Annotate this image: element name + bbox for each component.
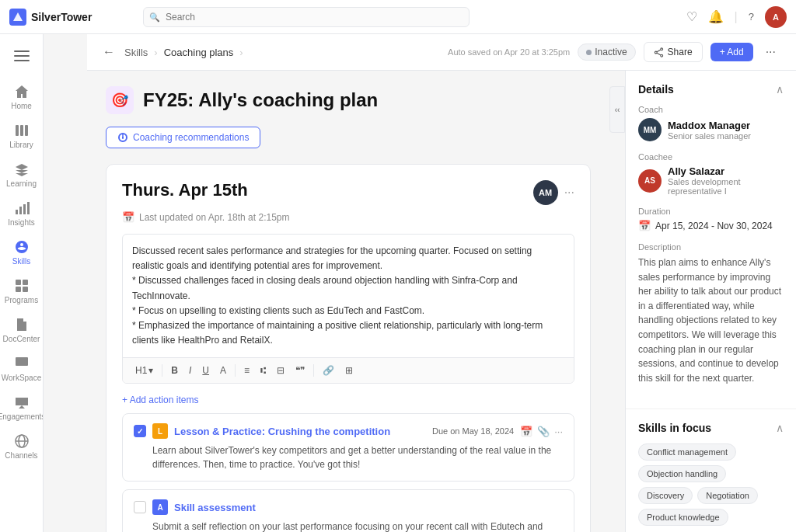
session-last-updated: Last updated on Apr. 18th at 2:15pm (139, 212, 289, 223)
toolbar-sep2 (235, 364, 236, 377)
skills-title: Skills in focus (638, 422, 711, 434)
menu-toggle[interactable] (6, 40, 37, 71)
coachee-name: Ally Salazar (668, 165, 784, 177)
action-checkbox-1[interactable] (134, 425, 146, 437)
coachee-person: AS Ally Salazar Sales development repres… (638, 165, 784, 196)
sidebar-item-home[interactable]: Home (0, 78, 44, 116)
sidebar-item-workspace[interactable]: WorkSpace (0, 349, 44, 388)
breadcrumb-actions: Auto saved on Apr 20 at 3:25pm Inactive … (448, 42, 780, 62)
editor-content[interactable]: Discussed recent sales performance and s… (123, 235, 574, 357)
sidebar-item-programs[interactable]: Programs (0, 272, 44, 311)
coach-info: Maddox Manager Senior sales manager (668, 120, 751, 141)
session-avatar: AM (533, 180, 558, 205)
breadcrumb-skills[interactable]: Skills (124, 47, 148, 58)
description-text: This plan aims to enhance Ally's sales p… (638, 256, 784, 385)
coach-role: Senior sales manager (668, 131, 751, 141)
session-header: Thurs. Apr 15th AM ··· (122, 180, 574, 205)
coachee-role: Sales development representative I (668, 177, 784, 196)
back-button[interactable]: ← (103, 45, 115, 59)
sidebar-item-insights[interactable]: Insights (0, 194, 44, 233)
divider: | (735, 10, 738, 24)
page-title: FY25: Ally's coaching plan (143, 89, 378, 111)
skill-tag-discovery[interactable]: Discovery (638, 487, 693, 504)
toolbar-italic[interactable]: I (184, 363, 196, 378)
coach-person: MM Maddox Manager Senior sales manager (638, 118, 784, 141)
sidebar-item-engagements[interactable]: Engagements (0, 388, 44, 427)
inactive-dot (586, 50, 592, 55)
sidebar-item-channels[interactable]: Channels (0, 427, 44, 466)
sidebar-label-library: Library (9, 141, 33, 149)
breadcrumb: ← Skills › Coaching plans › Auto saved o… (87, 34, 796, 71)
right-panel-wrapper: ‹‹ Details ∧ Coach MM Maddox Manager (609, 71, 796, 532)
add-button[interactable]: + Add (710, 43, 753, 61)
toolbar-numbered[interactable]: ⑆ (256, 363, 271, 378)
skill-tag-conflict[interactable]: Conflict management (638, 443, 736, 461)
action-title-2[interactable]: Skill assessment (174, 502, 563, 513)
svg-rect-10 (27, 202, 30, 214)
action-checkbox-2[interactable] (134, 501, 146, 513)
sidebar-label-channels: Channels (5, 451, 37, 460)
svg-rect-8 (19, 207, 22, 214)
share-button[interactable]: Share (644, 42, 703, 62)
heart-icon[interactable]: ♡ (686, 9, 697, 24)
add-action-label: + Add action items (122, 395, 198, 405)
sidebar-item-library[interactable]: Library (0, 116, 44, 155)
toolbar-image[interactable]: ⊞ (340, 363, 358, 378)
toolbar-strikethrough[interactable]: A (215, 363, 231, 378)
search-input[interactable] (143, 7, 470, 27)
session-date: Thurs. Apr 15th (122, 180, 248, 200)
action-item-2: A Skill assessment Submit a self reflect… (122, 489, 574, 532)
search-bar[interactable]: 🔍 (143, 7, 470, 27)
session-more-button[interactable]: ··· (564, 186, 574, 200)
attachment-icon-1[interactable]: 📎 (537, 426, 550, 437)
sidebar-item-learning[interactable]: Learning (0, 155, 44, 194)
skill-tag-product[interactable]: Product knowledge (638, 509, 728, 526)
help-icon[interactable]: ? (749, 11, 754, 23)
toolbar-underline[interactable]: U (197, 363, 214, 378)
skill-tag-objection[interactable]: Objection handling (638, 465, 726, 482)
sidebar-label-doccenter: DocCenter (3, 335, 40, 343)
skills-collapse-icon[interactable]: ∧ (776, 422, 784, 434)
bell-icon[interactable]: 🔔 (708, 9, 724, 24)
skills-tags: Conflict management Objection handling D… (638, 443, 784, 526)
calendar-icon-1[interactable]: 📅 (520, 426, 532, 437)
more-button[interactable]: ··· (761, 42, 780, 62)
breadcrumb-sep2: › (239, 47, 243, 58)
action-item-1-header: L Lesson & Practice: Crushing the compet… (134, 423, 563, 439)
panel-collapse-button[interactable]: ‹‹ (609, 86, 625, 133)
details-header: Details ∧ (638, 83, 784, 96)
logo[interactable]: SilverTower (9, 9, 134, 26)
duration-text: Apr 15, 2024 - Nov 30, 2024 (655, 221, 773, 231)
add-action-button[interactable]: + Add action items (122, 395, 198, 405)
breadcrumb-coaching-plans[interactable]: Coaching plans (164, 47, 234, 58)
svg-rect-12 (23, 280, 28, 285)
content-area: 🎯 FY25: Ally's coaching plan Coaching re… (87, 71, 609, 532)
sidebar-item-doccenter[interactable]: DocCenter (0, 311, 44, 349)
toolbar-quote[interactable]: ❝❞ (291, 363, 309, 378)
note-line-2: * Discussed challenges faced in closing … (132, 273, 564, 303)
sidebar-item-skills[interactable]: Skills (0, 233, 44, 272)
toolbar-bold[interactable]: B (166, 363, 183, 378)
toolbar-align[interactable]: ≡ (239, 363, 254, 378)
action-title-1[interactable]: Lesson & Practice: Crushing the competit… (174, 426, 426, 437)
user-avatar[interactable]: A (765, 6, 787, 28)
page-content: 🎯 FY25: Ally's coaching plan Coaching re… (87, 71, 796, 532)
skill-tag-negotiation[interactable]: Negotiation (697, 487, 758, 504)
share-label: Share (668, 47, 693, 57)
editor-container: Discussed recent sales performance and s… (122, 234, 574, 384)
sidebar: Home Library Learning Insights Skills Pr… (0, 0, 44, 532)
coach-avatar: MM (638, 118, 662, 141)
toolbar-link[interactable]: 🔗 (318, 363, 339, 378)
svg-rect-3 (14, 60, 30, 61)
details-collapse-icon[interactable]: ∧ (776, 83, 784, 96)
svg-rect-2 (14, 55, 30, 57)
sidebar-label-learning: Learning (6, 179, 37, 188)
coaching-recommendations-button[interactable]: Coaching recommendations (106, 127, 260, 148)
more-icon-1[interactable]: ··· (554, 426, 563, 437)
action-body-2: Submit a self reflection on your last pe… (152, 520, 563, 532)
action-due-1: Due on May 18, 2024 (432, 426, 514, 436)
note-line-1: Discussed recent sales performance and s… (132, 244, 564, 273)
toolbar-h1[interactable]: H1 ▾ (131, 363, 158, 378)
toolbar-bullet[interactable]: ⊟ (272, 363, 289, 378)
action-item-2-header: A Skill assessment (134, 499, 563, 515)
